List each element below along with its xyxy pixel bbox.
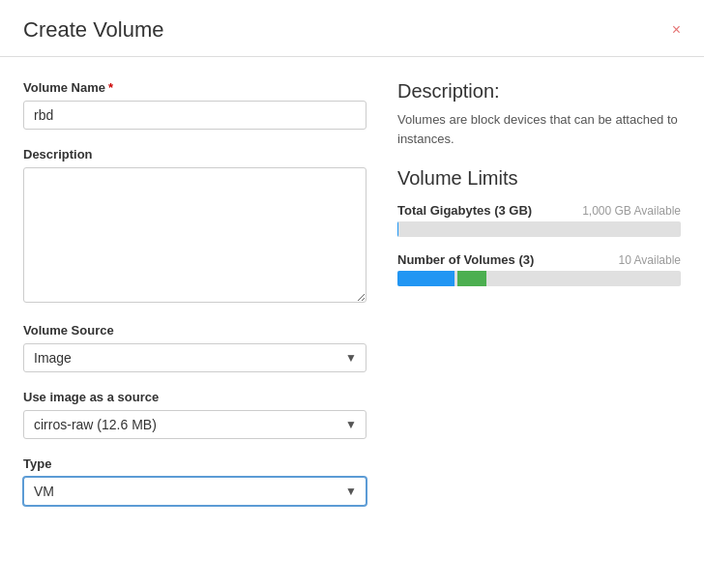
num-volumes-limit-header: Number of Volumes (3) 10 Available — [397, 252, 681, 267]
description-group: Description — [23, 147, 367, 306]
description-section-text: Volumes are block devices that can be at… — [397, 110, 681, 148]
total-gb-limit-header: Total Gigabytes (3 GB) 1,000 GB Availabl… — [397, 203, 681, 218]
volume-source-label: Volume Source — [23, 323, 367, 338]
num-volumes-limit-row: Number of Volumes (3) 10 Available — [397, 252, 681, 286]
volume-source-group: Volume Source Image No source, empty vol… — [23, 323, 367, 372]
volume-source-select-wrapper: Image No source, empty volume Snapshot V… — [23, 343, 367, 372]
modal-header: Create Volume × — [0, 0, 704, 57]
volume-name-input[interactable] — [23, 101, 367, 130]
modal-title: Create Volume — [23, 17, 164, 43]
volume-name-group: Volume Name* — [23, 80, 367, 130]
image-source-label: Use image as a source — [23, 390, 367, 404]
num-volumes-available: 10 Available — [619, 253, 682, 267]
volume-name-label: Volume Name* — [23, 80, 367, 95]
close-button[interactable]: × — [672, 22, 681, 38]
num-volumes-label: Number of Volumes (3) — [397, 252, 534, 267]
type-group: Type VM __DEFAULT__ iscsi lvmdriver-1 ▼ — [23, 456, 367, 506]
description-section-title: Description: — [397, 80, 681, 103]
num-volumes-progress-bar — [397, 271, 681, 286]
total-gb-label: Total Gigabytes (3 GB) — [397, 203, 532, 218]
image-source-select[interactable]: cirros-raw (12.6 MB) — [23, 410, 367, 439]
description-label: Description — [23, 147, 367, 162]
total-gb-used-bar — [397, 221, 398, 237]
image-source-select-wrapper: cirros-raw (12.6 MB) ▼ — [23, 410, 367, 439]
right-column: Description: Volumes are block devices t… — [397, 80, 681, 523]
num-volumes-used-bar — [397, 271, 455, 286]
num-volumes-current-bar — [457, 271, 485, 286]
volume-limits-title: Volume Limits — [397, 167, 681, 190]
type-select-wrapper: VM __DEFAULT__ iscsi lvmdriver-1 ▼ — [23, 477, 367, 506]
total-gb-limit-row: Total Gigabytes (3 GB) 1,000 GB Availabl… — [397, 203, 681, 237]
total-gb-progress-bar — [397, 221, 681, 237]
description-input[interactable] — [23, 167, 367, 303]
type-select[interactable]: VM __DEFAULT__ iscsi lvmdriver-1 — [23, 477, 367, 506]
total-gb-available: 1,000 GB Available — [582, 204, 681, 218]
modal-body: Volume Name* Description Volume Source I… — [0, 57, 704, 546]
image-source-group: Use image as a source cirros-raw (12.6 M… — [23, 390, 367, 439]
type-label: Type — [23, 456, 367, 471]
volume-source-select[interactable]: Image No source, empty volume Snapshot V… — [23, 343, 367, 372]
left-column: Volume Name* Description Volume Source I… — [23, 80, 367, 523]
create-volume-modal: Create Volume × Volume Name* Description… — [0, 0, 704, 588]
